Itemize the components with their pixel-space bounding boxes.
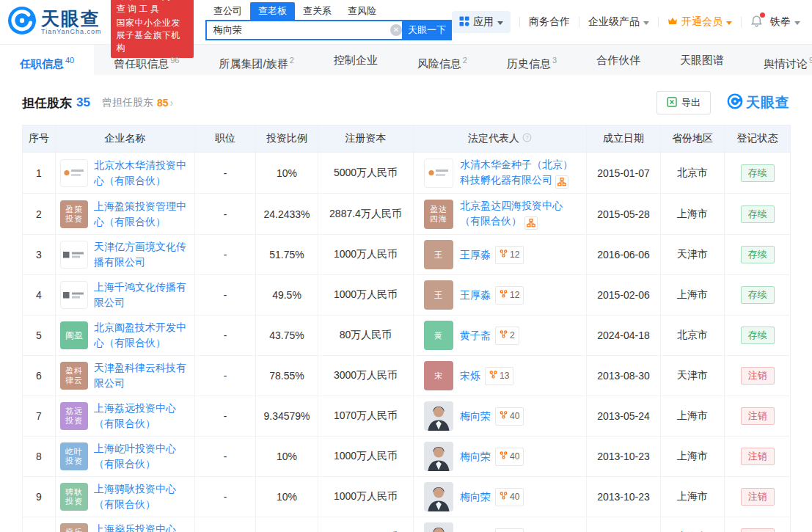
- table-header-cell: 成立日期: [587, 125, 661, 153]
- capital-cell: 1000万人民币: [318, 235, 414, 275]
- tab-label: 天眼图谱: [680, 54, 724, 66]
- svg-text:?: ?: [525, 134, 528, 141]
- nav-enterprise[interactable]: 企业级产品: [588, 15, 649, 29]
- chevron-down-icon: [643, 21, 649, 25]
- tianyancha-logo[interactable]: 天眼查 TianYanCha.com: [7, 6, 102, 38]
- info-icon[interactable]: ?: [522, 133, 532, 145]
- tab-舆情讨论[interactable]: 舆情讨论99+: [744, 45, 812, 76]
- ratio-cell: 43.75%: [256, 316, 318, 356]
- former-shareholder-link[interactable]: 曾担任股东 85 ›: [102, 96, 173, 109]
- equity-chart-icon[interactable]: [555, 175, 568, 189]
- relations-badge[interactable]: 40: [495, 528, 524, 532]
- company-logo-text[interactable]: 燊乐投资: [60, 523, 88, 532]
- avatar-photo[interactable]: [424, 401, 453, 431]
- table-header-cell: 登记状态: [725, 125, 791, 153]
- notifications-button[interactable]: [750, 15, 763, 29]
- avatar-photo[interactable]: [424, 482, 453, 511]
- avatar[interactable]: 宋: [424, 361, 453, 390]
- legal-rep-link[interactable]: 梅向荣: [460, 491, 491, 503]
- apps-menu[interactable]: 应用: [452, 11, 511, 33]
- company-logo-image[interactable]: [60, 281, 88, 309]
- company-logo-text[interactable]: 盈科律云: [60, 362, 88, 390]
- tab-曾任职信息[interactable]: 曾任职信息96: [94, 45, 199, 76]
- avatar[interactable]: 王: [424, 240, 453, 269]
- region-cell: 上海市: [661, 517, 725, 532]
- capital-cell: 5000万人民币: [318, 153, 414, 194]
- avatar-photo[interactable]: [424, 442, 453, 471]
- relations-badge[interactable]: 40: [495, 407, 524, 426]
- search-tab[interactable]: 查老板: [250, 2, 295, 20]
- status-badge: 注销: [741, 448, 775, 465]
- search-tab[interactable]: 查关系: [295, 2, 340, 20]
- company-name-link[interactable]: 天津盈科律云科技有限公司: [94, 360, 191, 391]
- relations-badge[interactable]: 40: [495, 448, 524, 466]
- ratio-cell: 51.75%: [256, 235, 318, 275]
- company-name-link[interactable]: 上海屹叶投资中心（有限合伙）: [94, 441, 191, 472]
- crown-icon: [667, 16, 678, 28]
- search-input[interactable]: [205, 20, 408, 40]
- company-name-link[interactable]: 上海千鸿文化传播有限公司: [94, 280, 191, 310]
- legal-rep-link[interactable]: 黄子斋: [460, 329, 491, 341]
- search-tab[interactable]: 查风险: [340, 2, 384, 20]
- company-logo-image[interactable]: [60, 241, 88, 269]
- capital-cell: 1000万人民币: [318, 517, 414, 532]
- divider: [519, 17, 520, 27]
- legal-rep-link[interactable]: 北京盈达四海投资中心（有限合伙）: [460, 200, 563, 227]
- tab-历史信息[interactable]: 历史信息3: [487, 45, 577, 76]
- tab-label: 控制企业: [334, 54, 378, 66]
- company-logo-text[interactable]: 盈策投资: [60, 200, 88, 228]
- export-button[interactable]: 导出: [656, 91, 711, 114]
- company-name-link[interactable]: 北京水木华清投资中心（有限合伙）: [94, 158, 191, 189]
- vip-button[interactable]: 开通会员: [667, 15, 732, 29]
- avatar[interactable]: 黄: [424, 321, 453, 350]
- watermark-text: 天眼查: [746, 93, 790, 112]
- company-name-link[interactable]: 上海骋耿投资中心（有限合伙）: [94, 481, 191, 512]
- tab-所属集团/族群[interactable]: 所属集团/族群2: [200, 45, 314, 76]
- company-name-link[interactable]: 上海盈策投资管理中心（有限合伙）: [94, 199, 191, 230]
- tab-风险信息[interactable]: 风险信息2: [398, 45, 487, 76]
- chevron-down-icon: [497, 21, 503, 25]
- company-logo-text[interactable]: 盈达四海: [424, 200, 453, 229]
- company-logo-image[interactable]: [60, 159, 88, 187]
- tab-合作伙伴[interactable]: 合作伙伴: [577, 45, 660, 76]
- capital-cell: 3000万人民币: [318, 356, 414, 396]
- tab-天眼图谱[interactable]: 天眼图谱: [660, 45, 744, 76]
- company-name-link[interactable]: 上海燊乐投资中心（有限合伙）: [94, 522, 191, 532]
- legal-rep-link[interactable]: 王厚淼: [460, 249, 491, 260]
- company-logo-text[interactable]: 荔远投资: [60, 402, 88, 430]
- tab-任职信息[interactable]: 任职信息40: [0, 45, 94, 76]
- company-logo-image[interactable]: [424, 158, 453, 188]
- company-name-link[interactable]: 北京阖盈技术开发中心（有限合伙）: [94, 320, 191, 351]
- relations-badge[interactable]: 2: [495, 327, 519, 345]
- company-logo-text[interactable]: 屹叶投资: [60, 442, 88, 470]
- ratio-cell: 10%: [256, 153, 318, 194]
- user-menu[interactable]: 铁拳: [770, 15, 800, 29]
- avatar[interactable]: 王: [424, 280, 453, 310]
- search-button[interactable]: 天眼一下: [402, 20, 452, 40]
- legal-rep-link[interactable]: 王厚淼: [460, 289, 491, 301]
- equity-chart-icon[interactable]: [524, 216, 538, 230]
- nav-business[interactable]: 商务合作: [529, 15, 570, 29]
- search-tab[interactable]: 查公司: [205, 2, 250, 20]
- relations-badge[interactable]: 13: [485, 367, 513, 385]
- tab-count: 3: [552, 56, 557, 65]
- avatar-photo[interactable]: [424, 522, 453, 532]
- capital-cell: 1000万人民币: [318, 275, 414, 316]
- company-name-link[interactable]: 天津亿方画境文化传播有限公司: [94, 239, 191, 270]
- position-cell: -: [195, 194, 256, 235]
- table-row: 3天津亿方画境文化传播有限公司-51.75%1000万人民币王王厚淼122016…: [23, 235, 791, 275]
- tab-控制企业[interactable]: 控制企业: [314, 45, 398, 76]
- tab-label: 风险信息: [417, 57, 461, 70]
- legal-rep-cell: 梅向荣40: [414, 437, 587, 477]
- legal-rep-link[interactable]: 梅向荣: [460, 410, 491, 422]
- vip-label: 开通会员: [681, 15, 723, 29]
- relations-badge[interactable]: 12: [495, 246, 524, 264]
- company-name-link[interactable]: 上海荔远投资中心（有限合伙）: [94, 401, 191, 431]
- clear-icon[interactable]: ✕: [390, 24, 402, 36]
- company-logo-text[interactable]: 阖盈: [60, 321, 88, 349]
- company-logo-text[interactable]: 骋耿投资: [60, 483, 88, 511]
- legal-rep-link[interactable]: 宋烁: [460, 370, 480, 382]
- legal-rep-link[interactable]: 梅向荣: [460, 451, 491, 462]
- relations-badge[interactable]: 40: [495, 488, 524, 506]
- relations-badge[interactable]: 12: [495, 286, 524, 305]
